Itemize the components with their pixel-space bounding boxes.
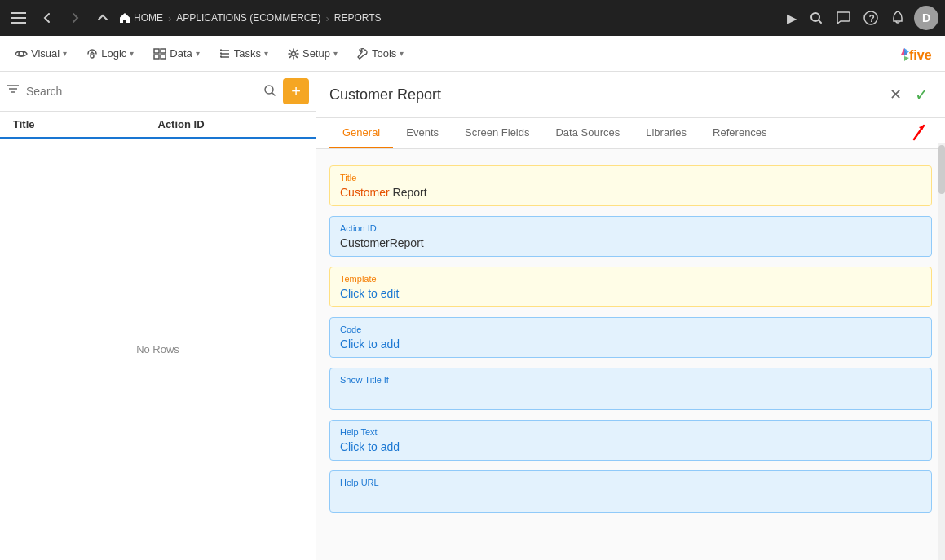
svg-rect-15 xyxy=(220,49,222,51)
menu-data-chevron: ▾ xyxy=(196,49,200,58)
tab-events[interactable]: Events xyxy=(393,118,452,148)
help-icon[interactable]: ? xyxy=(860,7,881,29)
header-actions: ✕ ✓ xyxy=(886,82,932,108)
column-action-id: Action ID xyxy=(158,118,303,130)
no-rows-message: No Rows xyxy=(0,139,316,560)
main-area: + Title Action ID No Rows Customer Repor… xyxy=(0,72,945,560)
tab-libraries[interactable]: Libraries xyxy=(633,118,700,148)
menu-setup-label: Setup xyxy=(302,47,330,60)
play-icon[interactable]: ▶ xyxy=(784,7,800,29)
form-title: Customer Report xyxy=(329,86,886,104)
search-submit-icon[interactable] xyxy=(263,84,276,99)
svg-rect-17 xyxy=(220,55,222,57)
scrollbar-thumb[interactable] xyxy=(938,145,945,194)
field-template[interactable]: Template Click to edit xyxy=(329,267,932,307)
column-title: Title xyxy=(13,118,158,130)
field-help-text[interactable]: Help Text Click to add xyxy=(329,420,932,461)
svg-rect-16 xyxy=(220,52,222,54)
table-header: Title Action ID xyxy=(0,112,316,139)
search-bar: + xyxy=(0,72,316,112)
menu-logic[interactable]: Logic ▾ xyxy=(78,42,142,64)
field-title-label: Title xyxy=(340,173,921,183)
field-help-text-value: Click to add xyxy=(340,440,921,453)
field-show-title-if-label: Show Title If xyxy=(340,375,921,385)
field-help-url[interactable]: Help URL xyxy=(329,470,932,513)
field-help-url-value xyxy=(340,491,921,505)
menu-logic-chevron: ▾ xyxy=(130,49,134,58)
svg-rect-2 xyxy=(11,22,26,24)
svg-text:?: ? xyxy=(869,13,875,24)
field-template-value: Click to edit xyxy=(340,287,921,300)
menu-data[interactable]: Data ▾ xyxy=(145,42,207,64)
svg-point-7 xyxy=(91,55,94,58)
right-panel: Customer Report ✕ ✓ General Events Scree… xyxy=(316,72,945,560)
breadcrumb-applications[interactable]: APPLICATIONS (ECOMMERCE) xyxy=(176,12,320,24)
field-show-title-if[interactable]: Show Title If xyxy=(329,368,932,410)
field-template-label: Template xyxy=(340,274,921,284)
tabs: General Events Screen Fields Data Source… xyxy=(316,118,945,149)
breadcrumb-home-label: HOME xyxy=(134,12,163,24)
highlight-customer: Customer xyxy=(340,186,390,199)
menu-setup-chevron: ▾ xyxy=(333,49,338,58)
menu-visual-label: Visual xyxy=(31,47,60,60)
hamburger-menu-icon[interactable] xyxy=(7,7,31,29)
svg-rect-0 xyxy=(11,12,26,14)
svg-rect-8 xyxy=(154,49,159,53)
menu-tools-chevron: ▾ xyxy=(400,49,404,58)
svg-rect-1 xyxy=(11,17,26,19)
tab-screen-fields[interactable]: Screen Fields xyxy=(452,118,542,148)
field-action-id-label: Action ID xyxy=(340,223,921,233)
field-help-url-label: Help URL xyxy=(340,478,921,487)
left-panel: + Title Action ID No Rows xyxy=(0,72,316,560)
tab-general[interactable]: General xyxy=(329,118,393,148)
svg-point-18 xyxy=(291,51,295,55)
breadcrumb-home[interactable]: HOME xyxy=(119,12,163,24)
field-code-value: Click to add xyxy=(340,337,921,351)
menu-tasks-chevron: ▾ xyxy=(264,49,268,58)
menu-visual[interactable]: Visual ▾ xyxy=(7,42,75,64)
breadcrumb-reports-label: REPORTS xyxy=(334,12,382,24)
svg-rect-11 xyxy=(161,55,166,59)
field-title-value: Customer Report xyxy=(340,186,921,199)
menu-visual-chevron: ▾ xyxy=(63,49,67,58)
filter-icon[interactable] xyxy=(7,84,20,99)
back-arrow-icon[interactable] xyxy=(36,7,59,29)
tab-references[interactable]: References xyxy=(700,118,779,148)
svg-rect-10 xyxy=(154,55,159,59)
field-code-label: Code xyxy=(340,324,921,334)
menu-data-label: Data xyxy=(170,47,192,60)
field-action-id-value: CustomerReport xyxy=(340,236,921,249)
menu-logic-label: Logic xyxy=(101,47,126,60)
svg-text:five: five xyxy=(909,48,932,62)
breadcrumb-separator-2: › xyxy=(325,12,329,24)
breadcrumb-reports[interactable]: REPORTS xyxy=(334,12,382,24)
menu-tools[interactable]: Tools ▾ xyxy=(349,42,412,64)
add-button[interactable]: + xyxy=(283,78,309,104)
tab-data-sources[interactable]: Data Sources xyxy=(542,118,633,148)
chat-icon[interactable] xyxy=(832,8,854,28)
form-header: Customer Report ✕ ✓ xyxy=(316,72,945,118)
field-show-title-if-value xyxy=(340,388,921,403)
close-button[interactable]: ✕ xyxy=(886,82,905,107)
field-action-id[interactable]: Action ID CustomerReport xyxy=(329,216,932,257)
search-icon[interactable] xyxy=(806,8,826,28)
field-code[interactable]: Code Click to add xyxy=(329,317,932,358)
forward-arrow-icon[interactable] xyxy=(64,7,86,29)
five-logo: five xyxy=(898,42,938,66)
svg-point-6 xyxy=(19,51,24,56)
top-nav-right-icons: ▶ ? D xyxy=(784,6,938,30)
menu-tasks[interactable]: Tasks ▾ xyxy=(211,42,276,64)
search-input[interactable] xyxy=(26,85,257,98)
breadcrumb-applications-label: APPLICATIONS (ECOMMERCE) xyxy=(176,12,320,24)
menu-tasks-label: Tasks xyxy=(234,47,261,60)
up-arrow-icon[interactable] xyxy=(91,7,114,29)
svg-rect-9 xyxy=(161,49,166,53)
form-content: Title Customer Report Action ID Customer… xyxy=(316,149,945,560)
user-avatar[interactable]: D xyxy=(914,6,938,30)
scrollbar-track[interactable] xyxy=(938,143,945,560)
menu-setup[interactable]: Setup ▾ xyxy=(280,42,346,64)
field-title[interactable]: Title Customer Report xyxy=(329,165,932,206)
notification-icon[interactable] xyxy=(888,7,907,29)
breadcrumb-separator-1: › xyxy=(168,12,171,24)
confirm-button[interactable]: ✓ xyxy=(912,82,932,108)
